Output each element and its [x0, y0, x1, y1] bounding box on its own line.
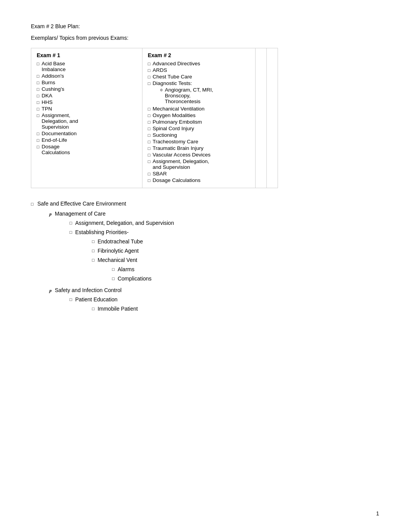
list-item: □ TPN	[37, 106, 137, 112]
item-text: HHS	[42, 99, 53, 105]
bullet-icon: □	[148, 120, 151, 124]
page-title: Exam # 2 Blue Plan:	[31, 23, 379, 29]
bullet-icon: □	[92, 248, 95, 253]
bullet-icon: □	[148, 113, 151, 118]
list-item: □ Cushing's	[37, 86, 137, 92]
bullet-icon: □	[148, 139, 151, 144]
outline-l3-patient-edu-text: Patient Education	[75, 296, 118, 303]
list-item: □ Traumatic Brain Injury	[148, 145, 250, 151]
item-text: Pulmonary Embolism	[152, 119, 202, 125]
exam1-header: Exam # 1	[37, 52, 137, 58]
item-text: Oxygen Modalities	[152, 112, 195, 118]
item-text: Mechanical Ventilation	[152, 106, 204, 112]
outline-l3-text: Assignment, Delegation, and Supervision	[75, 220, 174, 226]
list-item: □ Burns	[37, 80, 137, 85]
list-item: □ Diagnostic Tests: o Angiogram, CT, MRI…	[148, 80, 250, 105]
outline-l4-mechanical-text: Mechanical Vent	[98, 257, 137, 263]
bullet-icon: □	[148, 81, 151, 86]
bullet-icon: □	[148, 75, 151, 79]
exam3-column	[255, 48, 266, 188]
list-item: □ Assignment,Delegation, andSupervision	[37, 112, 137, 130]
page-number: 1	[376, 510, 379, 517]
bullet-icon: □	[37, 107, 39, 111]
bullet-icon: □	[148, 146, 151, 151]
bullet-icon: □	[37, 74, 39, 78]
exam2-column: Exam # 2 □ Advanced Directives □ ARDS □ …	[142, 48, 255, 188]
list-item: □ ARDS	[148, 67, 250, 73]
outline-l5-alarms-text: Alarms	[118, 266, 135, 272]
list-item: □ SBAR	[148, 171, 250, 177]
bullet-icon: □	[37, 61, 39, 66]
outline-l4-fibrinolytic-text: Fibrinolytic Agent	[98, 248, 139, 254]
list-item: □ Documentation	[37, 131, 137, 136]
item-text: Dosage Calculations	[152, 177, 200, 183]
bullet-icon: □	[37, 113, 39, 118]
outline-l3-priorities-text: Establishing Priorities-	[75, 229, 129, 235]
outline-l4-text: Endotracheal Tube	[98, 238, 143, 245]
list-item: □ Acid BaseImbalance	[37, 61, 137, 72]
outline-l4-immobile-text: Immobile Patient	[98, 306, 138, 312]
item-text: Burns	[42, 80, 55, 85]
outline-l2-safety-text: Safety and Infection Control	[55, 287, 122, 293]
item-text: Spinal Cord Injury	[152, 126, 194, 131]
list-item: o Angiogram, CT, MRI,Bronscopy,Thoroncen…	[160, 87, 213, 104]
bullet-icon: □	[37, 138, 39, 143]
bullet-icon: □	[148, 126, 151, 131]
item-text: TPN	[42, 106, 52, 112]
list-item: □ End-of-Life	[37, 137, 137, 143]
item-text: Advanced Directives	[152, 61, 200, 66]
exam2-header: Exam # 2	[148, 52, 250, 58]
bullet-icon: □	[148, 107, 151, 111]
outline-item-l3-assignment: □ Assignment, Delegation, and Supervisio…	[69, 220, 379, 226]
exam1-column: Exam # 1 □ Acid BaseImbalance □ Addison'…	[31, 48, 142, 188]
bullet-icon: □	[112, 267, 115, 272]
bullet-icon: □	[31, 202, 34, 206]
list-item: □ DosageCalculations	[37, 144, 137, 155]
bullet-icon: □	[37, 131, 39, 136]
item-text: Acid BaseImbalance	[42, 61, 66, 72]
list-item: □ Mechanical Ventilation	[148, 106, 250, 112]
item-text: Documentation	[42, 131, 77, 136]
item-text: Traumatic Brain Injury	[152, 145, 203, 151]
item-text: Assignment, Delegation,and Supervision	[152, 158, 209, 170]
bullet-icon: □	[69, 221, 72, 225]
exemplars-heading: Exemplars/ Topics from previous Exams:	[31, 35, 379, 41]
outline-item-l3-priorities: □ Establishing Priorities-	[69, 229, 379, 235]
list-item: □ DKA	[37, 93, 137, 99]
bullet-icon: □	[92, 258, 95, 262]
item-text: DosageCalculations	[42, 144, 70, 155]
bullet-icon: □	[148, 172, 151, 176]
bullet-icon: □	[37, 100, 39, 105]
bullet-icon: 𝆏	[49, 288, 52, 293]
bullet-icon: □	[92, 239, 95, 244]
item-text: End-of-Life	[42, 137, 67, 143]
bullet-icon: □	[69, 230, 72, 235]
item-text: ARDS	[152, 67, 167, 73]
list-item: □ Vascular Access Devices	[148, 152, 250, 158]
outline-item-l4-fibrinolytic: □ Fibrinolytic Agent	[92, 248, 379, 254]
bullet-icon: □	[148, 159, 151, 164]
item-text: Addison's	[42, 73, 64, 79]
exam1-list: □ Acid BaseImbalance □ Addison's □ Burns…	[37, 61, 137, 155]
list-item: □ Suctioning	[148, 132, 250, 138]
outline-item-l2-management: 𝆏 Management of Care	[49, 211, 379, 217]
item-text: Assignment,Delegation, andSupervision	[42, 112, 78, 130]
item-text: Suctioning	[152, 132, 177, 138]
outline-item-l4-endotracheal: □ Endotracheal Tube	[92, 238, 379, 245]
outline-item-l4-mechanical-vent: □ Mechanical Vent	[92, 257, 379, 263]
item-text: DKA	[42, 93, 53, 99]
exam4-column	[266, 48, 278, 188]
bullet-icon: □	[37, 80, 39, 85]
outline-item-l2-safety: 𝆏 Safety and Infection Control	[49, 287, 379, 293]
bullet-icon: □	[37, 87, 39, 92]
item-text: Tracheostomy Care	[152, 139, 198, 144]
exam-comparison-table: Exam # 1 □ Acid BaseImbalance □ Addison'…	[31, 48, 278, 188]
list-item: □ Assignment, Delegation,and Supervision	[148, 158, 250, 170]
item-text: SBAR	[152, 171, 167, 177]
list-item: □ Advanced Directives	[148, 61, 250, 66]
outline-item-l3-patient-edu: □ Patient Education	[69, 296, 379, 303]
bullet-icon: □	[148, 61, 151, 66]
list-item: □ Chest Tube Care	[148, 74, 250, 80]
bullet-icon: □	[148, 178, 151, 183]
bullet-icon: □	[92, 306, 95, 311]
